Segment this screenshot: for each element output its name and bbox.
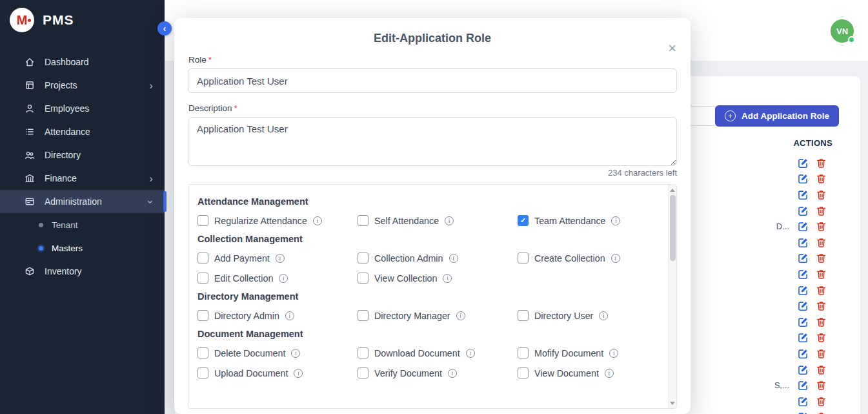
permission-option-edit-collection[interactable]: Edit Collectioni — [197, 273, 358, 284]
permission-option-directory-manager[interactable]: Directory Manageri — [358, 310, 518, 321]
sidebar-item-directory[interactable]: Directory — [0, 143, 165, 167]
permission-option-team-attendance[interactable]: ✓Team Attendancei — [518, 215, 656, 226]
home-icon — [25, 57, 35, 67]
role-input[interactable] — [188, 68, 677, 93]
info-icon: i — [279, 274, 288, 283]
edit-icon[interactable] — [798, 205, 809, 216]
permission-option-view-collection[interactable]: View Collectioni — [358, 273, 518, 284]
delete-icon[interactable] — [816, 173, 827, 184]
sidebar-item-finance[interactable]: Finance› — [0, 167, 165, 190]
edit-icon[interactable] — [798, 396, 809, 407]
permission-option-add-payment[interactable]: Add Paymenti — [197, 253, 358, 264]
permission-option-directory-user[interactable]: Directory Useri — [518, 310, 656, 321]
add-application-role-button[interactable]: + Add Application Role — [715, 105, 839, 127]
edit-icon[interactable] — [798, 221, 809, 232]
checkbox-unchecked[interactable] — [358, 273, 368, 284]
delete-icon[interactable] — [816, 332, 827, 343]
edit-icon[interactable] — [798, 189, 809, 200]
sidebar-collapse-button[interactable]: ‹ — [157, 21, 172, 36]
sidebar-subitem-tenant[interactable]: Tenant — [0, 213, 165, 236]
delete-icon[interactable] — [816, 364, 827, 375]
checkbox-unchecked[interactable] — [197, 347, 208, 358]
scrollbar[interactable] — [668, 185, 676, 408]
scrollbar-thumb[interactable] — [670, 195, 676, 261]
permission-option-view-document[interactable]: View Documenti — [518, 367, 656, 378]
delete-icon[interactable] — [816, 269, 827, 280]
checkbox-unchecked[interactable] — [358, 215, 368, 226]
scroll-up-icon[interactable] — [669, 186, 676, 194]
close-icon[interactable]: × — [668, 41, 676, 56]
permission-option-verify-document[interactable]: Verify Documenti — [358, 367, 518, 378]
edit-icon[interactable] — [798, 332, 809, 343]
edit-icon[interactable] — [798, 411, 809, 414]
delete-icon[interactable] — [816, 253, 827, 264]
checkbox-unchecked[interactable] — [197, 367, 208, 378]
checkbox-unchecked[interactable] — [197, 273, 208, 284]
description-textarea[interactable]: Application Test User — [188, 117, 677, 166]
info-icon: i — [313, 216, 322, 225]
checkbox-unchecked[interactable] — [358, 253, 368, 264]
permission-option-create-collection[interactable]: Create Collectioni — [518, 253, 656, 264]
permission-option-mofify-document[interactable]: Mofify Documenti — [518, 347, 656, 358]
permission-option-self-attendance[interactable]: Self Attendancei — [358, 215, 518, 226]
checkbox-unchecked[interactable] — [358, 347, 368, 358]
checkbox-unchecked[interactable] — [518, 310, 529, 321]
checkbox-unchecked[interactable] — [518, 253, 529, 264]
checkbox-unchecked[interactable] — [197, 215, 208, 226]
delete-icon[interactable] — [816, 380, 827, 391]
online-status-dot — [848, 36, 855, 43]
permission-option-delete-document[interactable]: Delete Documenti — [197, 347, 358, 358]
permission-option-directory-admin[interactable]: Directory Admini — [197, 310, 358, 321]
checkbox-unchecked[interactable] — [518, 347, 529, 358]
permission-option-regularize-attendance[interactable]: Regularize Attendancei — [197, 215, 358, 226]
sidebar-item-attendance[interactable]: Attendance — [0, 120, 165, 143]
edit-icon[interactable] — [798, 158, 809, 169]
checkbox-unchecked[interactable] — [518, 367, 529, 378]
sidebar-subitem-masters[interactable]: Masters — [0, 236, 165, 260]
delete-icon[interactable] — [816, 348, 827, 359]
delete-icon[interactable] — [816, 205, 827, 216]
delete-icon[interactable] — [816, 411, 827, 414]
delete-icon[interactable] — [816, 237, 827, 248]
edit-icon[interactable] — [798, 253, 809, 264]
info-icon: i — [611, 254, 620, 263]
edit-icon[interactable] — [798, 269, 809, 280]
list-icon — [25, 127, 35, 137]
checkbox-unchecked[interactable] — [358, 310, 368, 321]
delete-icon[interactable] — [816, 396, 827, 407]
checkbox-unchecked[interactable] — [197, 253, 208, 264]
permission-option-download-document[interactable]: Download Documenti — [358, 347, 518, 358]
avatar[interactable]: VN — [831, 19, 854, 43]
checkbox-unchecked[interactable] — [358, 367, 368, 378]
sidebar-item-employees[interactable]: Employees — [0, 97, 165, 120]
edit-icon[interactable] — [798, 173, 809, 184]
sidebar-item-projects[interactable]: Projects› — [0, 74, 165, 97]
delete-icon[interactable] — [816, 300, 827, 311]
permission-option-collection-admin[interactable]: Collection Admini — [358, 253, 518, 264]
sidebar-item-administration[interactable]: Administration› — [0, 190, 165, 213]
sidebar-item-dashboard[interactable]: Dashboard — [0, 50, 165, 74]
checkbox-unchecked[interactable] — [197, 310, 208, 321]
sidebar-item-inventory[interactable]: Inventory — [0, 260, 165, 283]
scroll-down-icon[interactable] — [669, 399, 676, 407]
edit-icon[interactable] — [798, 285, 809, 296]
permission-group-title: Document Management — [197, 329, 656, 339]
finance-icon — [25, 173, 35, 183]
edit-icon[interactable] — [798, 364, 809, 375]
delete-icon[interactable] — [816, 189, 827, 200]
edit-icon[interactable] — [798, 237, 809, 248]
permission-label: Regularize Attendance — [214, 216, 307, 226]
edit-icon[interactable] — [798, 300, 809, 311]
delete-icon[interactable] — [816, 316, 827, 327]
edit-icon[interactable] — [798, 348, 809, 359]
permission-label: Edit Collection — [214, 273, 273, 284]
checkbox-checked[interactable]: ✓ — [518, 215, 529, 226]
edit-icon[interactable] — [798, 380, 809, 391]
delete-icon[interactable] — [816, 285, 827, 296]
delete-icon[interactable] — [816, 158, 827, 169]
edit-icon[interactable] — [798, 316, 809, 327]
info-icon: i — [609, 349, 618, 358]
delete-icon[interactable] — [816, 221, 827, 232]
permission-option-upload-document[interactable]: Upload Documenti — [197, 367, 358, 378]
inventory-icon — [25, 266, 35, 276]
